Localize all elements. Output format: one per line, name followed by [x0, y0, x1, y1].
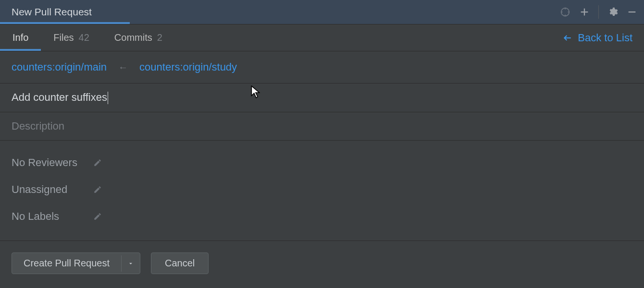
pencil-icon[interactable] [92, 185, 103, 194]
cancel-label: Cancel [165, 258, 195, 269]
assignee-label: Unassigned [12, 183, 84, 196]
tab-info[interactable]: Info [0, 24, 41, 51]
tab-label: Files [53, 32, 74, 43]
chevron-down-icon [127, 260, 134, 267]
pr-title-value: Add counter suffixes [12, 91, 107, 103]
cancel-button[interactable]: Cancel [151, 252, 209, 274]
tab-count: 42 [79, 32, 89, 43]
arrow-left-icon [562, 33, 573, 43]
tab-label: Info [12, 32, 28, 43]
plus-icon[interactable] [579, 7, 590, 17]
description-placeholder: Description [12, 120, 64, 132]
page-title: New Pull Request [12, 6, 92, 18]
tab-count: 2 [157, 32, 162, 43]
text-caret [108, 92, 108, 104]
create-pr-button[interactable]: Create Pull Request [12, 252, 140, 274]
divider [598, 5, 599, 19]
gear-icon[interactable] [607, 7, 618, 17]
back-link-label: Back to List [578, 32, 632, 44]
tabs: Info Files 42 Commits 2 [0, 24, 175, 51]
pencil-icon[interactable] [92, 158, 103, 167]
minimize-icon[interactable] [627, 7, 637, 17]
target-icon[interactable] [560, 7, 570, 17]
arrow-left-icon: ← [118, 62, 128, 73]
pr-description-input[interactable]: Description [0, 112, 644, 141]
create-pr-dropdown[interactable] [121, 255, 140, 272]
back-to-list-link[interactable]: Back to List [562, 32, 632, 44]
labels-label: No Labels [12, 210, 84, 223]
pr-title-input[interactable]: Add counter suffixes [12, 91, 108, 103]
base-branch[interactable]: counters:origin/main [12, 61, 107, 73]
pencil-icon[interactable] [92, 212, 103, 221]
create-pr-label: Create Pull Request [12, 253, 121, 274]
tab-files[interactable]: Files 42 [41, 24, 101, 51]
reviewers-label: No Reviewers [12, 156, 84, 169]
tab-commits[interactable]: Commits 2 [102, 24, 175, 51]
tab-label: Commits [114, 32, 152, 43]
head-branch[interactable]: counters:origin/study [139, 61, 237, 73]
